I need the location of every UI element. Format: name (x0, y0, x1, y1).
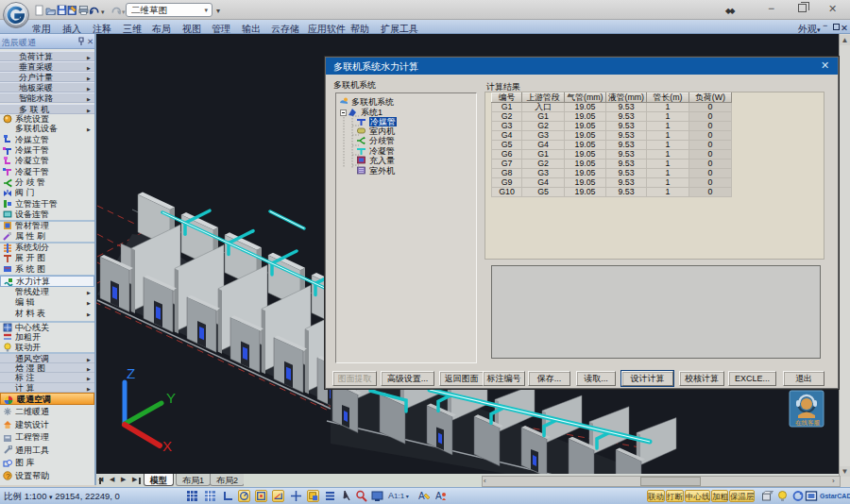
svg-text:X: X (162, 438, 172, 454)
svg-text:Y: Y (166, 390, 176, 406)
svg-text:Z: Z (127, 365, 135, 381)
svg-text:A: A (418, 491, 425, 501)
svg-text:在线客服: 在线客服 (795, 419, 821, 427)
svg-text:?: ? (6, 472, 10, 480)
svg-text:A: A (435, 491, 442, 501)
